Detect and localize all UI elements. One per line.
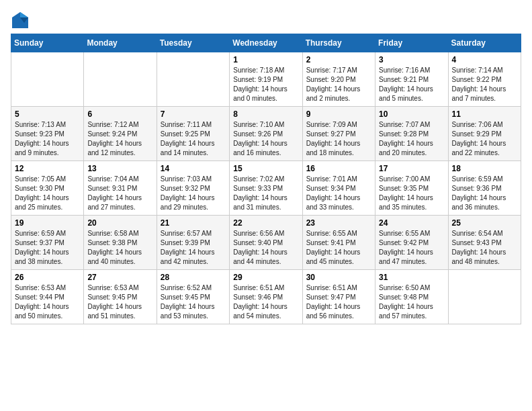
calendar-cell: 4Sunrise: 7:14 AM Sunset: 9:22 PM Daylig…	[448, 52, 521, 107]
calendar-cell: 12Sunrise: 7:05 AM Sunset: 9:30 PM Dayli…	[11, 161, 84, 216]
day-number: 14	[161, 164, 226, 173]
calendar-cell: 11Sunrise: 7:06 AM Sunset: 9:29 PM Dayli…	[448, 107, 521, 161]
logo	[11, 11, 34, 30]
day-number: 7	[161, 109, 226, 119]
calendar-cell: 13Sunrise: 7:04 AM Sunset: 9:31 PM Dayli…	[84, 161, 157, 216]
calendar-cell	[84, 52, 157, 107]
day-info: Sunrise: 6:59 AM Sunset: 9:36 PM Dayligh…	[452, 175, 517, 212]
day-info: Sunrise: 7:16 AM Sunset: 9:21 PM Dayligh…	[379, 66, 444, 103]
calendar-week-row: 12Sunrise: 7:05 AM Sunset: 9:30 PM Dayli…	[11, 161, 521, 216]
calendar-cell: 17Sunrise: 7:00 AM Sunset: 9:35 PM Dayli…	[375, 161, 448, 216]
day-number: 1	[233, 55, 298, 64]
logo-icon	[11, 11, 30, 30]
calendar-cell: 30Sunrise: 6:51 AM Sunset: 9:47 PM Dayli…	[302, 270, 375, 324]
day-number: 6	[87, 109, 152, 119]
day-info: Sunrise: 6:54 AM Sunset: 9:43 PM Dayligh…	[452, 229, 517, 267]
day-info: Sunrise: 6:55 AM Sunset: 9:41 PM Dayligh…	[306, 229, 371, 267]
day-info: Sunrise: 7:12 AM Sunset: 9:24 PM Dayligh…	[87, 120, 152, 158]
calendar-cell: 7Sunrise: 7:11 AM Sunset: 9:25 PM Daylig…	[157, 107, 229, 161]
calendar-cell: 1Sunrise: 7:18 AM Sunset: 9:19 PM Daylig…	[230, 52, 302, 107]
weekday-header-wednesday: Wednesday	[230, 34, 302, 52]
day-number: 12	[15, 164, 80, 173]
weekday-header-sunday: Sunday	[11, 34, 84, 52]
day-info: Sunrise: 7:11 AM Sunset: 9:25 PM Dayligh…	[161, 120, 226, 158]
day-info: Sunrise: 6:50 AM Sunset: 9:48 PM Dayligh…	[379, 283, 444, 321]
day-number: 27	[87, 273, 152, 282]
day-info: Sunrise: 7:13 AM Sunset: 9:23 PM Dayligh…	[15, 120, 80, 158]
calendar-table: SundayMondayTuesdayWednesdayThursdayFrid…	[11, 34, 521, 324]
calendar-cell: 27Sunrise: 6:53 AM Sunset: 9:45 PM Dayli…	[84, 270, 157, 324]
day-info: Sunrise: 7:02 AM Sunset: 9:33 PM Dayligh…	[233, 175, 298, 212]
calendar-cell: 29Sunrise: 6:51 AM Sunset: 9:46 PM Dayli…	[230, 270, 302, 324]
day-info: Sunrise: 6:58 AM Sunset: 9:38 PM Dayligh…	[87, 229, 152, 267]
day-number: 17	[379, 164, 444, 173]
calendar-cell: 9Sunrise: 7:09 AM Sunset: 9:27 PM Daylig…	[302, 107, 375, 161]
weekday-header-row: SundayMondayTuesdayWednesdayThursdayFrid…	[11, 34, 521, 52]
day-number: 9	[306, 109, 371, 119]
calendar-cell: 6Sunrise: 7:12 AM Sunset: 9:24 PM Daylig…	[84, 107, 157, 161]
weekday-header-monday: Monday	[84, 34, 157, 52]
calendar-cell: 31Sunrise: 6:50 AM Sunset: 9:48 PM Dayli…	[375, 270, 448, 324]
calendar-cell: 20Sunrise: 6:58 AM Sunset: 9:38 PM Dayli…	[84, 216, 157, 270]
day-info: Sunrise: 7:09 AM Sunset: 9:27 PM Dayligh…	[306, 120, 371, 158]
calendar-cell: 15Sunrise: 7:02 AM Sunset: 9:33 PM Dayli…	[230, 161, 302, 216]
day-info: Sunrise: 7:10 AM Sunset: 9:26 PM Dayligh…	[233, 120, 298, 158]
day-info: Sunrise: 6:59 AM Sunset: 9:37 PM Dayligh…	[15, 229, 80, 267]
day-number: 28	[161, 273, 226, 282]
weekday-header-friday: Friday	[375, 34, 448, 52]
calendar-cell: 21Sunrise: 6:57 AM Sunset: 9:39 PM Dayli…	[157, 216, 229, 270]
day-number: 18	[452, 164, 517, 173]
calendar-week-row: 5Sunrise: 7:13 AM Sunset: 9:23 PM Daylig…	[11, 107, 521, 161]
day-info: Sunrise: 6:55 AM Sunset: 9:42 PM Dayligh…	[379, 229, 444, 267]
day-number: 3	[379, 55, 444, 64]
day-info: Sunrise: 6:51 AM Sunset: 9:47 PM Dayligh…	[306, 283, 371, 321]
day-number: 29	[233, 273, 298, 282]
day-info: Sunrise: 7:06 AM Sunset: 9:29 PM Dayligh…	[452, 120, 517, 158]
weekday-header-tuesday: Tuesday	[157, 34, 229, 52]
day-number: 30	[306, 273, 371, 282]
calendar-week-row: 1Sunrise: 7:18 AM Sunset: 9:19 PM Daylig…	[11, 52, 521, 107]
day-number: 16	[306, 164, 371, 173]
day-info: Sunrise: 7:03 AM Sunset: 9:32 PM Dayligh…	[161, 175, 226, 212]
day-info: Sunrise: 7:07 AM Sunset: 9:28 PM Dayligh…	[379, 120, 444, 158]
day-number: 4	[452, 55, 517, 64]
calendar-cell: 26Sunrise: 6:53 AM Sunset: 9:44 PM Dayli…	[11, 270, 84, 324]
calendar-cell: 14Sunrise: 7:03 AM Sunset: 9:32 PM Dayli…	[157, 161, 229, 216]
day-number: 24	[379, 218, 444, 228]
day-info: Sunrise: 7:18 AM Sunset: 9:19 PM Dayligh…	[233, 66, 298, 103]
day-info: Sunrise: 6:53 AM Sunset: 9:45 PM Dayligh…	[87, 283, 152, 321]
calendar-cell: 5Sunrise: 7:13 AM Sunset: 9:23 PM Daylig…	[11, 107, 84, 161]
day-info: Sunrise: 6:53 AM Sunset: 9:44 PM Dayligh…	[15, 283, 80, 321]
calendar-cell	[448, 270, 521, 324]
calendar-cell: 18Sunrise: 6:59 AM Sunset: 9:36 PM Dayli…	[448, 161, 521, 216]
day-info: Sunrise: 7:04 AM Sunset: 9:31 PM Dayligh…	[87, 175, 152, 212]
day-number: 31	[379, 273, 444, 282]
calendar-cell: 24Sunrise: 6:55 AM Sunset: 9:42 PM Dayli…	[375, 216, 448, 270]
day-info: Sunrise: 7:05 AM Sunset: 9:30 PM Dayligh…	[15, 175, 80, 212]
weekday-header-thursday: Thursday	[302, 34, 375, 52]
svg-marker-1	[20, 12, 28, 17]
day-info: Sunrise: 7:00 AM Sunset: 9:35 PM Dayligh…	[379, 175, 444, 212]
day-number: 22	[233, 218, 298, 228]
calendar-cell: 16Sunrise: 7:01 AM Sunset: 9:34 PM Dayli…	[302, 161, 375, 216]
day-number: 13	[87, 164, 152, 173]
calendar-cell: 10Sunrise: 7:07 AM Sunset: 9:28 PM Dayli…	[375, 107, 448, 161]
day-number: 15	[233, 164, 298, 173]
calendar-cell	[11, 52, 84, 107]
calendar-cell: 8Sunrise: 7:10 AM Sunset: 9:26 PM Daylig…	[230, 107, 302, 161]
weekday-header-saturday: Saturday	[448, 34, 521, 52]
day-number: 11	[452, 109, 517, 119]
day-info: Sunrise: 6:51 AM Sunset: 9:46 PM Dayligh…	[233, 283, 298, 321]
day-number: 23	[306, 218, 371, 228]
day-info: Sunrise: 7:01 AM Sunset: 9:34 PM Dayligh…	[306, 175, 371, 212]
day-number: 20	[87, 218, 152, 228]
calendar-cell: 25Sunrise: 6:54 AM Sunset: 9:43 PM Dayli…	[448, 216, 521, 270]
day-info: Sunrise: 6:52 AM Sunset: 9:45 PM Dayligh…	[161, 283, 226, 321]
calendar-week-row: 26Sunrise: 6:53 AM Sunset: 9:44 PM Dayli…	[11, 270, 521, 324]
calendar-cell: 2Sunrise: 7:17 AM Sunset: 9:20 PM Daylig…	[302, 52, 375, 107]
day-number: 5	[15, 109, 80, 119]
day-number: 25	[452, 218, 517, 228]
calendar-cell: 19Sunrise: 6:59 AM Sunset: 9:37 PM Dayli…	[11, 216, 84, 270]
day-info: Sunrise: 6:56 AM Sunset: 9:40 PM Dayligh…	[233, 229, 298, 267]
calendar-cell: 28Sunrise: 6:52 AM Sunset: 9:45 PM Dayli…	[157, 270, 229, 324]
